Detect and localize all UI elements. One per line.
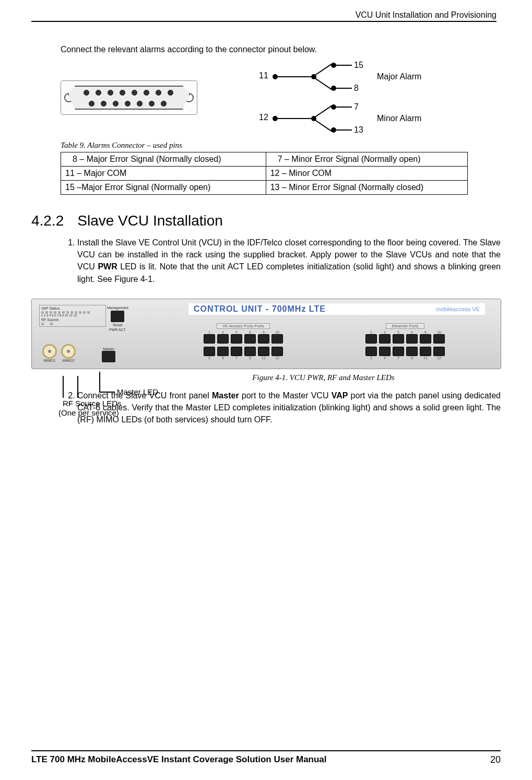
table-row: 11 – Major COM 12 – Minor COM	[61, 167, 468, 181]
table-row: 15 –Major Error Signal (Normally open) 1…	[61, 181, 468, 195]
vap-status-block: VAP Status 1 2 3 4 5 6 7 8 9 10 11 12 RF…	[39, 305, 106, 327]
pins-table: 8 – Major Error Signal (Normally closed)…	[61, 152, 468, 195]
table-caption: Table 9. Alarms Connector – used pins	[61, 141, 501, 150]
major-alarm-label: Major Alarm	[377, 72, 421, 81]
access-port-block: VE Access Pods Ports 1256910 34781112	[168, 319, 319, 364]
page-header: VCU Unit Installation and Provisioning	[31, 10, 501, 24]
rf-source-ports: MIMO1 MIMO2	[42, 344, 76, 362]
section-heading: 4.2.2 Slave VCU Installation	[31, 212, 501, 229]
db15-connector-icon	[61, 80, 197, 115]
device-front-panel-image: VAP Status 1 2 3 4 5 6 7 8 9 10 11 12 RF…	[31, 299, 501, 369]
pin-13-label: 13	[354, 125, 363, 135]
intro-text: Connect the relevant alarms according to…	[61, 45, 501, 54]
table-cell: 13 – Minor Error Signal (Normally closed…	[266, 181, 467, 195]
header-rule	[31, 21, 496, 22]
table-cell: 7 – Minor Error Signal (Normally open)	[266, 152, 467, 167]
table-cell: 12 – Minor COM	[266, 167, 467, 181]
table-cell: 15 –Major Error Signal (Normally open)	[61, 181, 266, 195]
annot-rf-leds-1: RF Source LEDs	[63, 399, 122, 408]
annot-master-led: Master LED	[117, 387, 158, 396]
ethernet-port-block: Ethernet Ports 1256910 34781112	[329, 319, 481, 364]
minor-alarm-label: Minor Alarm	[377, 114, 421, 123]
pin-7-label: 7	[354, 102, 359, 112]
step-1: Install the Slave VE Control Unit (VCU) …	[77, 237, 501, 285]
table-cell: 11 – Major COM	[61, 167, 266, 181]
pin-11-label: 11	[259, 71, 268, 80]
annot-rf-leds-2: (One per service)	[58, 408, 119, 417]
panel-title-strip: CONTROL UNIT - 700MHz LTE mobileaccess V…	[188, 303, 485, 315]
page-footer: LTE 700 MHz MobileAccessVE Instant Cover…	[31, 750, 501, 765]
pin-wiring-diagram: 11 15 8 Major Alarm 12 7 13	[238, 58, 426, 137]
master-port-block: Master	[102, 347, 115, 362]
pin-15-label: 15	[354, 61, 363, 70]
pwr-act-label: PWR ACT	[109, 328, 126, 332]
footer-title: LTE 700 MHz MobileAccessVE Instant Cover…	[31, 754, 327, 765]
section-number: 4.2.2	[31, 212, 64, 229]
table-cell: 8 – Major Error Signal (Normally closed)	[61, 152, 266, 167]
connector-diagram: 11 15 8 Major Alarm 12 7 13	[61, 58, 501, 137]
footer-rule	[31, 750, 501, 751]
page-number: 20	[490, 754, 501, 765]
pin-8-label: 8	[354, 84, 359, 93]
section-title: Slave VCU Installation	[77, 212, 223, 229]
mgmt-block: Management Reset	[107, 306, 128, 327]
figure-4-1: PWR LED VAP Status 1 2 3 4 5 6 7 8 9 10 …	[31, 299, 501, 382]
table-row: 8 – Major Error Signal (Normally closed)…	[61, 152, 468, 167]
header-title: VCU Unit Installation and Provisioning	[356, 10, 496, 19]
figure-caption: Figure 4-1. VCU PWR, RF and Master LEDs	[146, 373, 501, 382]
pin-12-label: 12	[259, 113, 268, 122]
